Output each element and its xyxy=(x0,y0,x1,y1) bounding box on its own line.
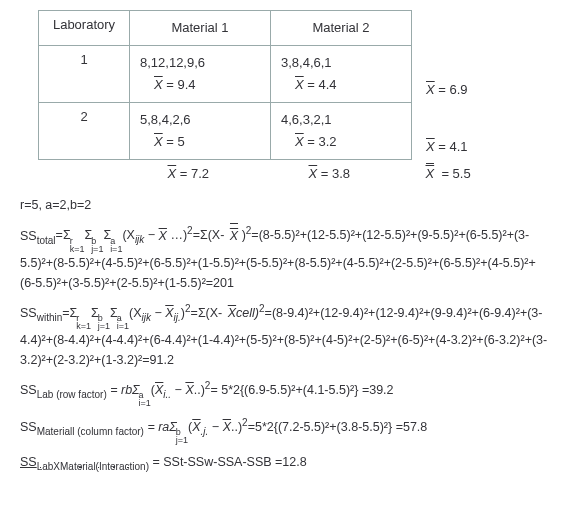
lab-id: 2 xyxy=(39,103,130,160)
values: 8,12,12,9,6 xyxy=(140,52,260,74)
cell-m2: 3,8,4,6,1 X = 4.4 xyxy=(271,46,412,103)
table-row: 2 5,8,4,2,6 X = 5 4,6,3,2,1 X = 3.2 X = … xyxy=(39,103,517,160)
col-header-m2: Material 2 xyxy=(271,11,412,46)
cell-m1: 5,8,4,2,6 X = 5 xyxy=(130,103,271,160)
row-mean: X = 6.9 xyxy=(412,46,517,103)
row-mean: X = 4.1 xyxy=(412,103,517,160)
ss-total: SStotal=Σrk=1Σbj=1Σai=1(Xijk − X …)2=Σ(X… xyxy=(20,223,548,292)
values: 4,6,3,2,1 xyxy=(281,109,401,131)
anova-data-table: Laboratory Material 1 Material 2 1 8,12,… xyxy=(38,10,517,187)
ss-material: SSMateriall (column factor) = raΣbj=1(X.… xyxy=(20,415,548,444)
column-means-row: X = 7.2 X = 3.8 X = 5.5 xyxy=(39,160,517,188)
cell-mean: X = 9.4 xyxy=(140,74,260,96)
params-line: r=5, a=2,b=2 xyxy=(20,195,548,215)
table-row: 1 8,12,12,9,6 X = 9.4 3,8,4,6,1 X = 4.4 … xyxy=(39,46,517,103)
col-header-m1: Material 1 xyxy=(130,11,271,46)
ss-lab: SSLab (row factor) = rbΣai=1(Xi.. − X..)… xyxy=(20,378,548,407)
grand-mean: X = 5.5 xyxy=(412,160,517,188)
values: 5,8,4,2,6 xyxy=(140,109,260,131)
cell-mean: X = 3.2 xyxy=(281,131,401,153)
col-header-lab: Laboratory xyxy=(39,11,130,46)
cell-m1: 8,12,12,9,6 X = 9.4 xyxy=(130,46,271,103)
col-mean-m2: X = 3.8 xyxy=(271,160,412,188)
ss-interaction: SSLabXMaterial(Interaction) = SSt-SSw-SS… xyxy=(20,452,548,475)
ss-within: SSwithin=Σrk=1Σbj=1Σai=1(Xijk − Xij.)2=Σ… xyxy=(20,301,548,370)
cell-mean: X = 5 xyxy=(140,131,260,153)
cell-m2: 4,6,3,2,1 X = 3.2 xyxy=(271,103,412,160)
lab-id: 1 xyxy=(39,46,130,103)
col-mean-m1: X = 7.2 xyxy=(130,160,271,188)
cell-mean: X = 4.4 xyxy=(281,74,401,96)
values: 3,8,4,6,1 xyxy=(281,52,401,74)
